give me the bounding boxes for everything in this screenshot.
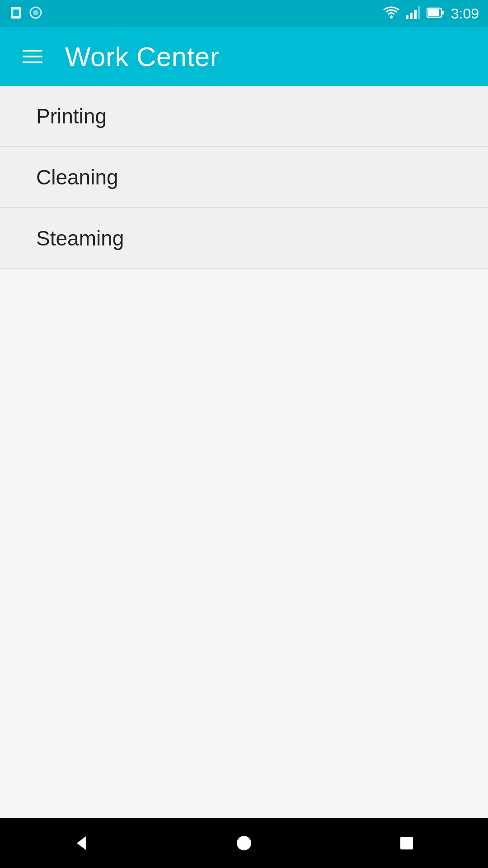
svg-point-3 bbox=[33, 10, 38, 15]
back-button[interactable] bbox=[59, 827, 104, 859]
status-bar: 3:09 bbox=[0, 0, 488, 27]
list-item-cleaning[interactable]: Cleaning bbox=[0, 147, 488, 208]
nav-bar bbox=[0, 818, 488, 868]
svg-rect-6 bbox=[410, 13, 413, 19]
wifi-icon bbox=[383, 6, 399, 21]
svg-rect-1 bbox=[13, 9, 19, 16]
menu-line-1 bbox=[23, 50, 42, 52]
status-time: 3:09 bbox=[451, 5, 479, 22]
status-bar-left bbox=[9, 6, 42, 22]
menu-line-2 bbox=[23, 56, 42, 57]
page-title: Work Center bbox=[65, 41, 219, 72]
svg-rect-14 bbox=[400, 837, 413, 849]
status-bar-right: 3:09 bbox=[383, 5, 479, 22]
list-item-label-printing: Printing bbox=[36, 104, 107, 128]
svg-point-13 bbox=[237, 836, 251, 850]
battery-icon bbox=[427, 7, 445, 21]
svg-rect-5 bbox=[406, 15, 408, 19]
sim-icon bbox=[9, 6, 23, 22]
svg-rect-10 bbox=[442, 11, 444, 14]
recents-button[interactable] bbox=[384, 827, 429, 859]
list-item-printing[interactable]: Printing bbox=[0, 86, 488, 147]
home-button[interactable] bbox=[221, 827, 267, 859]
menu-line-3 bbox=[23, 61, 42, 63]
svg-rect-8 bbox=[418, 6, 420, 19]
signal-icon bbox=[406, 6, 420, 21]
list-item-label-cleaning: Cleaning bbox=[36, 165, 118, 189]
sync-icon bbox=[29, 6, 42, 22]
menu-button[interactable] bbox=[18, 45, 47, 68]
list-item-steaming[interactable]: Steaming bbox=[0, 208, 488, 269]
toolbar: Work Center bbox=[0, 27, 488, 86]
svg-rect-11 bbox=[428, 9, 439, 16]
work-center-list: Printing Cleaning Steaming bbox=[0, 86, 488, 818]
list-item-label-steaming: Steaming bbox=[36, 226, 124, 250]
svg-marker-12 bbox=[77, 836, 86, 850]
svg-point-4 bbox=[390, 16, 393, 19]
svg-rect-7 bbox=[414, 10, 417, 19]
